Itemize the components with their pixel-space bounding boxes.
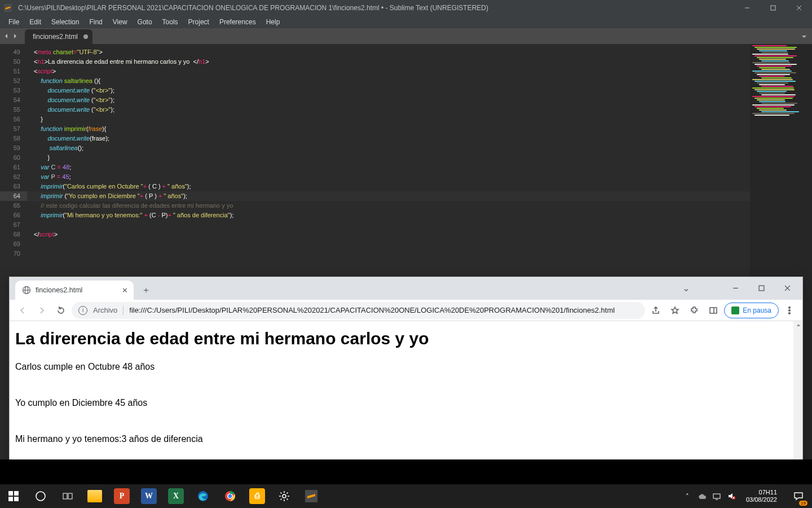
- tray-onedrive-icon[interactable]: [698, 492, 707, 501]
- action-center-icon[interactable]: 19: [787, 484, 810, 508]
- tabs-dropdown-icon[interactable]: [801, 32, 807, 42]
- app-icon-1[interactable]: ⎙: [244, 484, 271, 508]
- desktop-gap: [0, 459, 812, 484]
- editor-tab-label: finciones2.html: [33, 33, 78, 41]
- svg-rect-24: [63, 493, 67, 499]
- address-label: Archivo: [93, 306, 117, 314]
- svg-rect-21: [8, 497, 13, 501]
- extensions-icon[interactable]: [686, 302, 703, 319]
- sublime-menubar: File Edit Selection Find View Goto Tools…: [0, 16, 812, 28]
- svg-rect-2: [771, 6, 775, 10]
- menu-file[interactable]: File: [3, 17, 24, 27]
- svg-rect-25: [68, 493, 72, 499]
- unsaved-dot-icon: [83, 34, 88, 39]
- profile-avatar-icon: [731, 306, 739, 314]
- page-line-1: Carlos cumple en Octubre 48 años: [15, 362, 788, 372]
- browser-minimize-button[interactable]: [722, 279, 748, 296]
- excel-icon[interactable]: X: [162, 484, 189, 508]
- menu-tools[interactable]: Tools: [157, 17, 183, 27]
- tray-volume-icon[interactable]: [727, 492, 736, 501]
- menu-preferences[interactable]: Preferences: [214, 17, 261, 27]
- sublime-titlebar: C:\Users\PILI\Desktop\PILAR PERSONAL 202…: [0, 0, 812, 16]
- address-url: file:///C:/Users/PILI/Desktop/PILAR%20PE…: [129, 306, 638, 314]
- svg-rect-22: [14, 497, 19, 501]
- new-tab-button[interactable]: ＋: [138, 282, 154, 298]
- close-button[interactable]: [786, 0, 812, 16]
- system-tray: ˄ 07H11 03/08/2022 19: [683, 484, 812, 508]
- page-line-2: Yo cumplo en Diciembre 45 años: [15, 398, 788, 408]
- tray-network-icon[interactable]: [712, 492, 721, 501]
- menu-find[interactable]: Find: [84, 17, 107, 27]
- svg-point-17: [789, 309, 791, 311]
- profile-chip-label: En pausa: [743, 306, 771, 314]
- svg-rect-20: [14, 491, 19, 496]
- nav-forward-icon[interactable]: [33, 302, 50, 319]
- tab-search-icon[interactable]: ⌄: [682, 283, 690, 294]
- maximize-button[interactable]: [760, 0, 786, 16]
- menu-edit[interactable]: Edit: [24, 17, 46, 27]
- start-button[interactable]: [0, 484, 27, 508]
- menu-goto[interactable]: Goto: [133, 17, 157, 27]
- svg-rect-32: [713, 494, 720, 498]
- sublime-tabstrip: finciones2.html: [0, 28, 812, 44]
- tab-close-icon[interactable]: ✕: [122, 286, 128, 295]
- globe-icon: [22, 286, 31, 295]
- share-icon[interactable]: [647, 302, 664, 319]
- menu-project[interactable]: Project: [183, 17, 214, 27]
- browser-window: finciones2.html ✕ ＋ ⌄ i Archivo file:///…: [9, 277, 803, 463]
- address-bar[interactable]: i Archivo file:///C:/Users/PILI/Desktop/…: [72, 302, 645, 319]
- svg-point-18: [789, 312, 791, 314]
- svg-rect-14: [710, 308, 717, 313]
- editor-tab[interactable]: finciones2.html: [25, 29, 92, 44]
- cortana-icon[interactable]: [27, 484, 54, 508]
- minimize-button[interactable]: [734, 0, 760, 16]
- browser-tab[interactable]: finciones2.html ✕: [15, 281, 134, 300]
- browser-maximize-button[interactable]: [748, 279, 774, 296]
- svg-point-30: [283, 494, 286, 498]
- chrome-icon[interactable]: [217, 484, 244, 508]
- windows-taskbar: P W X ⎙ ˄ 07H11 03/08/2022 19: [0, 484, 812, 508]
- tray-date: 03/08/2022: [746, 496, 777, 503]
- menu-selection[interactable]: Selection: [46, 17, 84, 27]
- edge-icon[interactable]: [189, 484, 217, 508]
- sublime-taskbar-icon[interactable]: [298, 484, 325, 508]
- notif-badge: 19: [799, 501, 807, 506]
- tray-chevron-up-icon[interactable]: ˄: [683, 492, 692, 501]
- settings-icon[interactable]: [271, 484, 298, 508]
- bookmark-star-icon[interactable]: [667, 302, 683, 319]
- tab-history-fwd-icon[interactable]: [12, 31, 18, 41]
- svg-rect-19: [8, 491, 13, 496]
- tray-time: 07H11: [759, 489, 777, 496]
- menu-help[interactable]: Help: [261, 17, 285, 27]
- file-explorer-icon[interactable]: [81, 484, 108, 508]
- word-icon[interactable]: W: [135, 484, 162, 508]
- task-view-icon[interactable]: [54, 484, 81, 508]
- svg-point-23: [36, 492, 45, 501]
- browser-toolbar: i Archivo file:///C:/Users/PILI/Desktop/…: [10, 300, 802, 321]
- menu-view[interactable]: View: [108, 17, 133, 27]
- rendered-page: La direrencia de edad entre mi hermano c…: [10, 321, 793, 462]
- svg-rect-11: [759, 286, 764, 291]
- sublime-title: C:\Users\PILI\Desktop\PILAR PERSONAL 202…: [16, 4, 734, 12]
- svg-point-16: [789, 306, 791, 308]
- nav-back-icon[interactable]: [14, 302, 31, 319]
- browser-scrollbar[interactable]: [793, 321, 802, 462]
- page-heading: La direrencia de edad entre mi hermano c…: [15, 329, 788, 348]
- page-line-3: Mi hermano y yo tenemos:3 años de difere…: [15, 434, 788, 444]
- browser-tabstrip: finciones2.html ✕ ＋ ⌄: [10, 277, 802, 300]
- powerpoint-icon[interactable]: P: [108, 484, 135, 508]
- site-info-icon[interactable]: i: [78, 306, 87, 315]
- kebab-menu-icon[interactable]: [781, 302, 798, 319]
- reload-icon[interactable]: [52, 302, 69, 319]
- browser-close-button[interactable]: [774, 279, 800, 296]
- tray-clock[interactable]: 07H11 03/08/2022: [742, 489, 782, 503]
- browser-tab-title: finciones2.html: [36, 286, 82, 294]
- tab-history-back-icon[interactable]: [3, 31, 9, 41]
- sublime-logo-icon: [0, 0, 16, 16]
- sidepanel-icon[interactable]: [705, 302, 722, 319]
- profile-chip[interactable]: En pausa: [724, 303, 779, 318]
